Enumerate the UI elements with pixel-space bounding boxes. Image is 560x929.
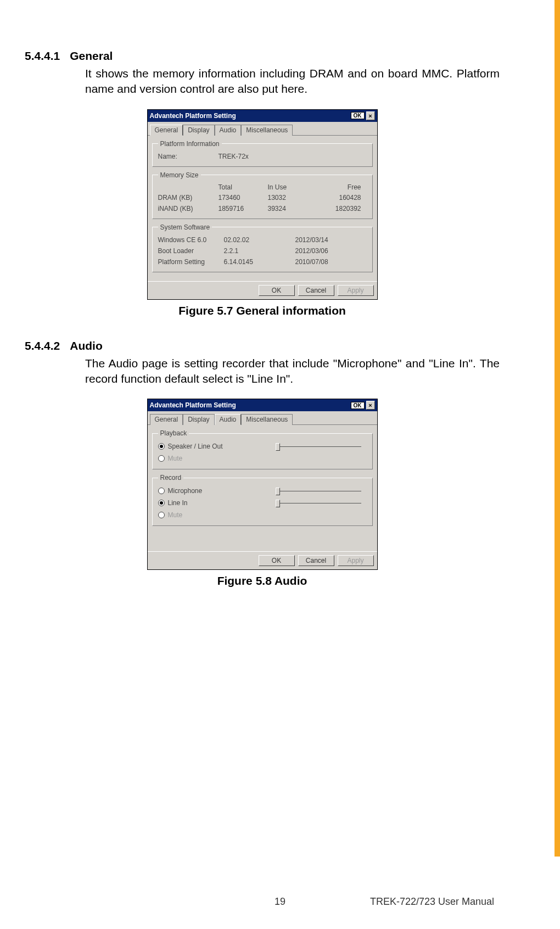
tab-strip: General Display Audio Miscellaneous: [148, 411, 377, 425]
linein-label: Line In: [168, 499, 188, 507]
microphone-slider[interactable]: [273, 489, 361, 493]
mem-header-total: Total: [219, 183, 268, 191]
button-row: OK Cancel Apply: [148, 551, 377, 569]
section-audio-number: 5.4.4.2: [25, 339, 60, 352]
close-icon[interactable]: ×: [366, 401, 375, 410]
dram-total: 173460: [219, 194, 268, 202]
titlebar-ok-button[interactable]: OK: [351, 112, 365, 119]
platform-info-group: Platform Information Name: TREK-72x: [152, 140, 373, 167]
inand-total: 1859716: [219, 205, 268, 212]
boot-date: 2012/03/06: [295, 247, 367, 255]
section-general-number: 5.4.4.1: [25, 49, 60, 63]
microphone-label: Microphone: [168, 487, 203, 495]
page-number: 19: [275, 896, 285, 908]
playback-mute-label: Mute: [168, 455, 183, 462]
general-dialog: Advantech Platform Setting OK × General …: [147, 109, 378, 300]
titlebar: Advantech Platform Setting OK ×: [148, 399, 377, 411]
apply-button[interactable]: Apply: [338, 555, 374, 566]
titlebar-text: Advantech Platform Setting: [150, 401, 351, 409]
boot-ver: 2.2.1: [224, 247, 295, 255]
memory-size-group: Memory Size Total In Use Free DRAM (KB) …: [152, 171, 373, 219]
wince-date: 2012/03/14: [295, 236, 367, 244]
tab-general[interactable]: General: [150, 125, 183, 136]
platform-name-value: TREK-72x: [219, 153, 249, 160]
plat-name: Platform Setting: [158, 258, 224, 266]
figure-caption-general: Figure 5.7 General information: [25, 304, 500, 317]
microphone-radio[interactable]: [158, 488, 165, 494]
apply-button[interactable]: Apply: [338, 285, 374, 296]
inand-label: iNAND (KB): [158, 205, 219, 212]
playback-legend: Playback: [158, 429, 189, 437]
table-row: Boot Loader 2.2.1 2012/03/06: [158, 245, 367, 256]
cancel-button[interactable]: Cancel: [298, 555, 334, 566]
system-software-group: System Software Windows CE 6.0 02.02.02 …: [152, 223, 373, 272]
record-mute-label: Mute: [168, 511, 183, 519]
tab-display[interactable]: Display: [183, 125, 214, 136]
inand-free: 1820392: [317, 205, 361, 212]
speaker-radio[interactable]: [158, 443, 165, 450]
close-icon[interactable]: ×: [366, 111, 375, 120]
titlebar: Advantech Platform Setting OK ×: [148, 110, 377, 122]
record-legend: Record: [158, 474, 184, 482]
tab-miscellaneous[interactable]: Miscellaneous: [241, 125, 293, 136]
section-audio-heading: 5.4.4.2 Audio: [25, 339, 500, 352]
figure-caption-audio: Figure 5.8 Audio: [25, 574, 500, 587]
tab-audio[interactable]: Audio: [215, 414, 242, 425]
dram-label: DRAM (KB): [158, 194, 219, 202]
speaker-label: Speaker / Line Out: [168, 443, 223, 450]
table-row: Platform Setting 6.14.0145 2010/07/08: [158, 256, 367, 267]
table-row: Windows CE 6.0 02.02.02 2012/03/14: [158, 234, 367, 245]
mem-header-free: Free: [317, 183, 361, 191]
tab-miscellaneous[interactable]: Miscellaneous: [241, 414, 293, 425]
inand-inuse: 39324: [268, 205, 317, 212]
wince-ver: 02.02.02: [224, 236, 295, 244]
section-audio-title: Audio: [70, 339, 102, 352]
platform-info-legend: Platform Information: [158, 140, 222, 148]
playback-slider[interactable]: [273, 445, 361, 448]
table-row: DRAM (KB) 173460 13032 160428: [158, 192, 367, 203]
linein-radio[interactable]: [158, 500, 165, 506]
memory-size-legend: Memory Size: [158, 171, 201, 179]
mem-header-inuse: In Use: [268, 183, 317, 191]
dram-inuse: 13032: [268, 194, 317, 202]
plat-ver: 6.14.0145: [224, 258, 295, 266]
plat-date: 2010/07/08: [295, 258, 367, 266]
record-group: Record Microphone Line In Mute: [152, 474, 373, 526]
system-software-legend: System Software: [158, 223, 212, 231]
section-general-body: It shows the memory information includin…: [85, 66, 500, 97]
manual-title: TREK-722/723 User Manual: [370, 896, 494, 908]
dram-free: 160428: [317, 194, 361, 202]
ok-button[interactable]: OK: [259, 555, 295, 566]
linein-slider[interactable]: [273, 501, 361, 505]
platform-name-label: Name:: [158, 153, 219, 160]
cancel-button[interactable]: Cancel: [298, 285, 334, 296]
section-audio-body: The Audio page is setting recorder that …: [85, 356, 500, 387]
tab-audio[interactable]: Audio: [215, 125, 242, 136]
section-general-heading: 5.4.4.1 General: [25, 49, 500, 63]
tab-general[interactable]: General: [150, 414, 183, 425]
table-row: iNAND (KB) 1859716 39324 1820392: [158, 203, 367, 214]
button-row: OK Cancel Apply: [148, 281, 377, 299]
audio-dialog: Advantech Platform Setting OK × General …: [147, 399, 378, 570]
ok-button[interactable]: OK: [259, 285, 295, 296]
side-accent-bar: [555, 0, 560, 857]
tab-display[interactable]: Display: [183, 414, 214, 425]
titlebar-ok-button[interactable]: OK: [351, 402, 365, 409]
playback-group: Playback Speaker / Line Out Mute: [152, 429, 373, 469]
section-general-title: General: [70, 49, 113, 63]
wince-name: Windows CE 6.0: [158, 236, 224, 244]
playback-mute-radio[interactable]: [158, 455, 165, 462]
tab-strip: General Display Audio Miscellaneous: [148, 122, 377, 136]
record-mute-radio[interactable]: [158, 512, 165, 518]
boot-name: Boot Loader: [158, 247, 224, 255]
titlebar-text: Advantech Platform Setting: [150, 112, 351, 120]
